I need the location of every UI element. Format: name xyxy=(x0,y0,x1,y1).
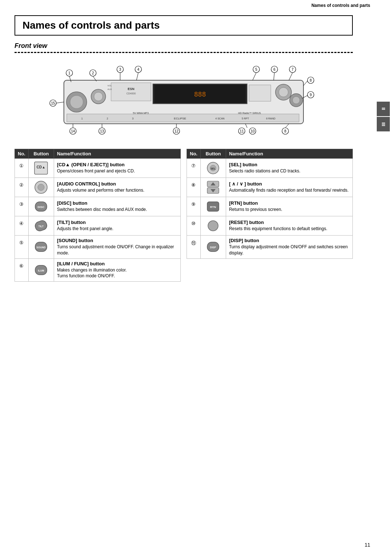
page-title-box: Names of controls and parts xyxy=(15,15,353,36)
table-row: ⑪ DISP [DISP] button xyxy=(187,236,353,259)
page-number: 11 xyxy=(364,542,370,548)
table-row: ⑧ xyxy=(187,178,353,197)
svg-line-74 xyxy=(56,102,64,103)
svg-text:AUX: AUX xyxy=(107,88,112,90)
function-cell: [RESET] button Resets this equipment fun… xyxy=(226,216,352,236)
function-cell: [ILUM / FUNC] button Makes changes in il… xyxy=(54,258,180,282)
svg-line-42 xyxy=(253,73,256,80)
svg-text:8: 8 xyxy=(310,78,312,82)
svg-line-48 xyxy=(289,73,293,80)
func-title-7: [SEL] button xyxy=(229,162,350,167)
row-number: ③ xyxy=(15,197,29,216)
dotted-divider xyxy=(15,52,353,53)
svg-text:5 RPT: 5 RPT xyxy=(242,117,249,120)
function-cell: [TILT] button Adjusts the front panel an… xyxy=(54,216,180,236)
row-number: ① xyxy=(15,159,29,178)
row-number: ⑨ xyxy=(187,197,201,216)
svg-text:2: 2 xyxy=(107,117,108,120)
svg-line-68 xyxy=(245,124,247,128)
row-number: ④ xyxy=(15,216,29,236)
svg-rect-5 xyxy=(111,83,151,101)
page-title: Names of controls and parts xyxy=(23,20,345,31)
button-icon-cell xyxy=(200,216,226,236)
left-functions-table: No. Button Name/Function ① xyxy=(15,149,181,282)
func-title-3: [DISC] button xyxy=(57,200,177,206)
func-desc-1: Opens/closes front panel and ejects CD. xyxy=(57,168,135,174)
svg-text:1: 1 xyxy=(81,117,83,120)
svg-text:SEL: SEL xyxy=(211,167,216,170)
func-desc-3: Switches between disc modes and AUX mode… xyxy=(57,207,147,212)
svg-line-71 xyxy=(285,124,289,128)
table-row: ① CD▲ [CD▲ (OPEN / EJECT)] xyxy=(15,159,181,178)
func-title-6: [ILUM / FUNC] button xyxy=(57,261,177,266)
svg-text:6 RAND: 6 RAND xyxy=(266,117,275,120)
svg-text:VOL: VOL xyxy=(107,85,112,87)
rtn-icon: RTN xyxy=(204,199,222,215)
button-icon-cell: DISC xyxy=(28,197,54,216)
svg-text:RTN: RTN xyxy=(210,205,216,209)
tables-container: No. Button Name/Function ① xyxy=(15,149,353,282)
left-table: No. Button Name/Function ① xyxy=(15,149,181,282)
button-icon-cell: SOUND xyxy=(28,236,54,259)
svg-text:6: 6 xyxy=(273,68,275,72)
svg-line-51 xyxy=(303,81,307,86)
function-cell: [DISP] button Turns display adjustment m… xyxy=(226,236,352,259)
right-header-button: Button xyxy=(200,149,226,159)
svg-text:10: 10 xyxy=(250,129,255,133)
function-cell: [RTN] button Returns to previous screen. xyxy=(226,197,352,216)
right-sidebar: II III xyxy=(375,0,392,555)
func-title-9: [RTN] button xyxy=(229,200,350,206)
device-diagram: ESN CD4000 888 VOL AUX xyxy=(35,60,332,140)
svg-text:14: 14 xyxy=(71,129,75,133)
function-cell: [AUDIO CONTROL] button Adjusts volume an… xyxy=(54,178,180,197)
svg-text:TILT: TILT xyxy=(38,225,44,228)
svg-text:ESN: ESN xyxy=(128,87,135,91)
function-cell: [DISC] button Switches between disc mode… xyxy=(54,197,180,216)
disp-icon: DISP xyxy=(204,239,222,255)
svg-text:13: 13 xyxy=(100,129,104,133)
func-desc-11: Turns display adjustment mode ON/OFF and… xyxy=(229,244,348,256)
audio-control-icon xyxy=(32,179,50,195)
svg-text:DISC: DISC xyxy=(38,205,45,209)
svg-text:3: 3 xyxy=(132,117,134,120)
svg-text:1: 1 xyxy=(68,71,70,75)
sidebar-tab-iii[interactable]: III xyxy=(377,117,390,131)
svg-text:11: 11 xyxy=(240,129,244,133)
left-header-function: Name/Function xyxy=(54,149,180,159)
func-desc-9: Returns to previous screen. xyxy=(229,207,282,212)
disc-icon: DISC xyxy=(32,199,50,215)
svg-text:CD4000: CD4000 xyxy=(126,92,136,95)
func-desc-8: Automatically finds radio reception and … xyxy=(229,188,349,193)
function-cell: [CD▲ (OPEN / EJECT)] button Opens/closes… xyxy=(54,159,180,178)
svg-point-15 xyxy=(279,87,288,97)
function-cell: [SEL] button Selects radio stations and … xyxy=(226,159,352,178)
func-desc-7: Selects radio stations and CD tracks. xyxy=(229,168,301,174)
svg-line-39 xyxy=(136,73,138,80)
right-header-function: Name/Function xyxy=(226,149,352,159)
svg-point-96 xyxy=(208,221,218,231)
func-title-8: [ ∧ / ∨ ] button xyxy=(229,181,350,187)
right-table: No. Button Name/Function ⑦ xyxy=(187,149,353,282)
ilum-icon: ILUM xyxy=(32,262,50,278)
svg-text:8: 8 xyxy=(284,129,286,133)
svg-text:HD Radio™ SIRIUS: HD Radio™ SIRIUS xyxy=(238,112,261,114)
function-cell: [SOUND] button Turns sound adjustment mo… xyxy=(54,236,180,259)
svg-text:15: 15 xyxy=(51,101,55,105)
func-title-2: [AUDIO CONTROL] button xyxy=(57,181,177,187)
row-number: ② xyxy=(15,178,29,197)
svg-point-4 xyxy=(94,92,103,101)
table-row: ⑦ SEL xyxy=(187,159,353,178)
svg-text:ILUM: ILUM xyxy=(38,269,44,272)
svg-text:888: 888 xyxy=(194,90,206,98)
row-number: ⑩ xyxy=(187,216,201,236)
cd-eject-icon: CD▲ xyxy=(32,160,50,176)
func-title-4: [TILT] button xyxy=(57,220,177,225)
svg-text:DISP: DISP xyxy=(210,246,216,249)
svg-text:5: 5 xyxy=(255,68,257,72)
sidebar-tab-ii[interactable]: II xyxy=(377,102,390,116)
sound-icon: SOUND xyxy=(32,239,50,255)
svg-text:ECLIPSE: ECLIPSE xyxy=(174,117,186,120)
svg-line-45 xyxy=(274,73,274,80)
page-container: Names of controls and parts II III Names… xyxy=(0,0,392,555)
func-title-11: [DISP] button xyxy=(229,238,350,243)
